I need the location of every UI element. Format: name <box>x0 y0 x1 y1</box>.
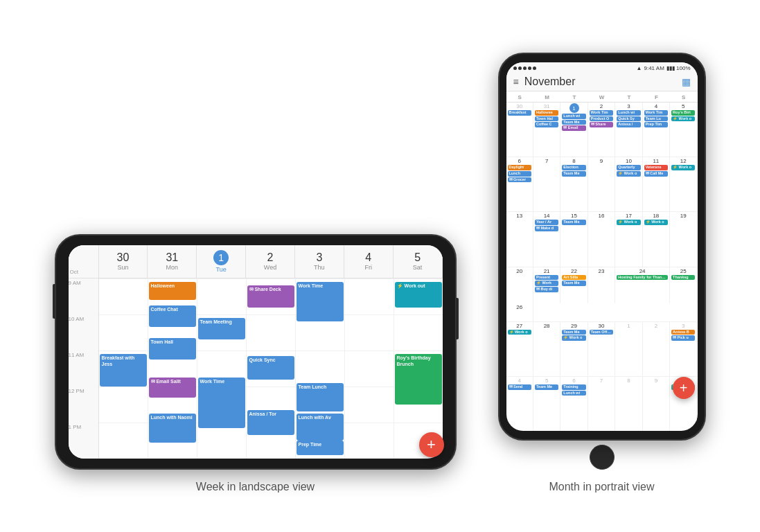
week-1: 30 Breakfast 31 Hallowee Town Hal Coffee… <box>506 103 698 157</box>
events-sun: Breakfast with Jess <box>99 278 148 459</box>
evt-team-meeting: Team Meeting <box>198 318 245 339</box>
day-col-fri: 4 Fri <box>344 245 394 278</box>
evt-work-time-tue: Work Time <box>198 378 245 428</box>
week-6: 4 ✉ Send 5 Team Me 6 Training Lunch wi <box>506 377 698 431</box>
evt-town-hall: Town Hall <box>149 338 196 360</box>
evt-roys-birthday: Roy's Birthday Brunch <box>395 354 442 405</box>
signal-dots <box>513 66 536 70</box>
events-sat: ⚡ Work out Roy's Birthday Brunch <box>394 278 443 459</box>
events-fri <box>345 278 394 459</box>
calendar-icon[interactable]: ▦ <box>682 76 691 87</box>
events-wed: ✉ Share Deck Quick Sync Anissa / Tor <box>247 278 296 459</box>
evt-email-salit: ✉ Email Salit <box>149 378 196 398</box>
home-button[interactable] <box>590 445 615 470</box>
evt-share-deck: ✉ Share Deck <box>247 285 294 307</box>
month-grid: S M T W T F S 30 Breakfast <box>506 91 698 431</box>
portrait-label: Month in portrait view <box>549 481 654 493</box>
day-col-sun: 30 Sun <box>99 245 148 278</box>
day-col-sat: 5 Sat <box>394 245 443 278</box>
evt-lunch-naomi: Lunch with Naomi <box>149 414 196 443</box>
evt-team-lunch: Team Lunch <box>297 383 344 412</box>
day-col-tue: 1 Tue <box>197 245 246 278</box>
fab-button[interactable]: + <box>419 432 443 457</box>
events-thu: Work Time Team Lunch Lunch with Av Prep … <box>296 278 345 459</box>
evt-anissa-tor: Anissa / Tor <box>247 410 294 435</box>
oct-label: Oct <box>69 269 78 275</box>
evt-work-time-thu: Work Time <box>297 282 344 321</box>
landscape-label: Week in landscape view <box>196 481 315 493</box>
portrait-phone: ▲ 9:41 AM ▮▮▮ 100% ≡ November ▦ S M <box>498 53 706 441</box>
evt-quick-sync: Quick Sync <box>247 356 294 380</box>
day-col-wed: 2 Wed <box>246 245 295 278</box>
evt-coffee-chat: Coffee Chat <box>149 305 196 327</box>
portrait-fab-button[interactable]: + <box>673 377 695 399</box>
menu-icon[interactable]: ≡ <box>513 76 519 87</box>
evt-prep-time: Prep Time <box>297 441 344 455</box>
time-9am: 9 AM <box>69 278 98 314</box>
week-3: 13 14 Year / Ar ✉ Make d 15 Team Me <box>506 212 698 267</box>
evt-breakfast: Breakfast with Jess <box>100 354 147 387</box>
time-11am: 11 AM <box>69 351 98 387</box>
events-mon: Halloween Coffee Chat Town Hall ✉ Email … <box>148 278 197 459</box>
week-2: 6 Daylight Lunch ✉ Grocer 7 8 Election <box>506 157 698 212</box>
evt-workout: ⚡ Work out <box>395 282 442 307</box>
week-5: 27 ⚡ Work o 28 29 Team Me ⚡ Work o <box>506 322 698 377</box>
week-4: 20 21 Present ⚡ Work ✉ Buy di 22 Art Sil… <box>506 267 698 322</box>
status-time: 9:41 AM <box>644 65 664 71</box>
status-right: ▲ 9:41 AM ▮▮▮ 100% <box>637 65 691 71</box>
landscape-screen: Oct 30 Sun 31 Mon <box>69 245 443 459</box>
nav-title: November <box>524 76 682 88</box>
time-10am: 10 AM <box>69 314 98 351</box>
time-1pm: 1 PM <box>69 423 98 459</box>
day-headers: S M T W T F S <box>506 91 698 103</box>
day-col-thu: 3 Thu <box>295 245 344 278</box>
events-tue: Team Meeting Work Time <box>197 278 247 459</box>
wifi-icon: ▲ <box>637 65 642 71</box>
landscape-phone: Oct 30 Sun 31 Mon <box>55 234 457 470</box>
battery-indicator: ▮▮▮ 100% <box>666 65 691 71</box>
nav-bar: ≡ November ▦ <box>506 73 698 91</box>
time-12pm: 12 PM <box>69 387 98 423</box>
portrait-screen: ▲ 9:41 AM ▮▮▮ 100% ≡ November ▦ S M <box>506 62 698 431</box>
evt-lunch-av: Lunch with Av <box>297 414 344 441</box>
status-bar: ▲ 9:41 AM ▮▮▮ 100% <box>506 62 698 73</box>
day-col-mon: 31 Mon <box>148 245 197 278</box>
month-weeks: 30 Breakfast 31 Hallowee Town Hal Coffee… <box>506 103 698 431</box>
evt-halloween: Halloween <box>149 282 196 300</box>
